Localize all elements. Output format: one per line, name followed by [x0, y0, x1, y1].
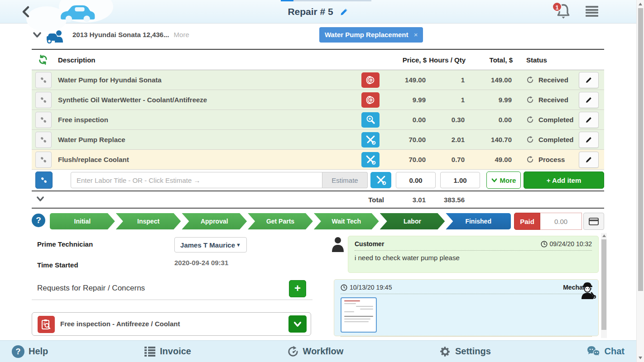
inspection-icon[interactable]	[361, 112, 380, 128]
add-item-button[interactable]: + Add item	[524, 171, 604, 189]
vehicle-more-link[interactable]: More	[174, 31, 189, 38]
link-item-button[interactable]	[35, 72, 52, 88]
workflow-step-inspect[interactable]: Inspect	[116, 213, 181, 229]
item-price: 0.00	[384, 116, 427, 124]
chat-message-customer: Customer 09/24/20 10:32 i need to check …	[348, 236, 599, 273]
item-status[interactable]: Completed	[513, 136, 579, 143]
notifications-button[interactable]: 1	[556, 4, 574, 21]
vehicle-expand-button[interactable]	[33, 32, 42, 38]
nav-workflow-label: Workflow	[303, 346, 344, 357]
item-status[interactable]: Process	[513, 156, 579, 163]
paid-button[interactable]: Paid	[514, 213, 540, 230]
link-item-button[interactable]	[35, 132, 52, 148]
item-qty: 0.30	[427, 116, 466, 124]
inspection-expand-button[interactable]	[288, 315, 307, 333]
item-description: Water Pump Replace	[52, 136, 361, 143]
total-hours: 3.01	[384, 196, 427, 204]
inspection-card[interactable]: Free inspection - Antifreeze / Coolant	[32, 312, 311, 336]
chevron-down-icon	[491, 178, 497, 182]
refresh-icon	[38, 55, 48, 65]
item-description: Free inspection	[52, 116, 361, 124]
link-new-item-button[interactable]	[35, 171, 53, 189]
help-icon[interactable]: ?	[32, 214, 45, 227]
workflow-step-finished[interactable]: Finished	[446, 213, 511, 229]
part-icon[interactable]	[361, 92, 380, 108]
total-amount: 383.56	[427, 196, 466, 204]
paid-amount-input[interactable]	[540, 213, 582, 230]
labor-icon[interactable]	[370, 172, 391, 188]
labor-icon[interactable]	[361, 132, 380, 148]
add-request-button[interactable]: +	[289, 280, 306, 297]
page-title: Repair # 5	[0, 6, 636, 17]
nav-settings[interactable]: Settings	[439, 346, 491, 357]
technician-select[interactable]: James T Maurice ▼	[174, 237, 247, 252]
item-status[interactable]: Completed	[513, 116, 579, 124]
edit-item-button[interactable]	[579, 152, 599, 168]
nav-chat[interactable]: Chat	[587, 346, 625, 357]
hamburger-menu-button[interactable]	[586, 6, 598, 17]
item-status[interactable]: Received	[513, 96, 579, 104]
part-icon[interactable]	[361, 72, 380, 88]
broken-link-icon	[39, 156, 48, 164]
collapse-table-button[interactable]	[36, 196, 44, 202]
chat-message-mechanic: 10/13/20 19:45 Mechanic	[334, 279, 599, 336]
tag-close-icon[interactable]: ×	[414, 31, 418, 38]
nav-invoice[interactable]: Invoice	[144, 346, 191, 357]
edit-item-button[interactable]	[579, 72, 599, 88]
notification-badge: 1	[552, 2, 562, 12]
workflow-step-get-parts[interactable]: Get Parts	[248, 213, 313, 229]
link-item-button[interactable]	[35, 112, 52, 128]
pencil-icon	[585, 156, 592, 163]
chevron-down-icon	[33, 32, 42, 38]
new-item-price-input[interactable]	[396, 172, 436, 188]
scrollbar-thumb[interactable]	[638, 8, 643, 291]
repair-tag[interactable]: Water Pump Replacement ×	[319, 27, 423, 43]
pencil-icon	[585, 76, 592, 84]
edit-title-button[interactable]	[340, 7, 349, 16]
scroll-down-arrow[interactable]	[639, 357, 642, 359]
item-status[interactable]: Received	[513, 76, 579, 84]
labor-title-input[interactable]	[71, 172, 322, 188]
time-started-value: 2020-09-24 09:31	[174, 259, 228, 267]
workflow-step-approval[interactable]: Approval	[182, 213, 247, 229]
item-status-label: Completed	[538, 136, 574, 143]
item-status-label: Received	[538, 96, 568, 104]
edit-item-button[interactable]	[579, 92, 599, 108]
scroll-up-arrow[interactable]	[639, 3, 642, 5]
message-text: i need to check water pump please	[355, 254, 592, 262]
nav-workflow[interactable]: Workflow	[287, 346, 344, 357]
item-status-label: Process	[538, 156, 565, 163]
credit-card-icon	[589, 218, 599, 225]
item-qty: 2.01	[427, 136, 466, 143]
link-item-button[interactable]	[35, 92, 52, 108]
workflow-step-initial[interactable]: Initial	[50, 213, 115, 229]
edit-item-button[interactable]	[579, 112, 599, 128]
col-header-hours-qty: Hours / Qty	[427, 56, 466, 64]
table-header: Description Price, $ Hours / Qty Total, …	[32, 49, 604, 70]
item-status-label: Received	[538, 76, 568, 84]
page-scrollbar[interactable]	[636, 0, 644, 362]
pencil-icon	[585, 136, 592, 143]
nav-chat-label: Chat	[605, 346, 625, 357]
nav-help[interactable]: ? Help	[12, 345, 48, 358]
link-item-button[interactable]	[35, 152, 52, 168]
vehicle-row: 2013 Hyundai Sonata 12,436... More Water…	[0, 24, 636, 49]
edit-item-button[interactable]	[579, 132, 599, 148]
new-item-qty-input[interactable]	[440, 172, 480, 188]
chat-scrollbar[interactable]	[601, 233, 607, 338]
payment-group: Paid	[514, 213, 604, 230]
workflow-step-labor[interactable]: Labor	[380, 213, 445, 229]
labor-icon[interactable]	[361, 152, 380, 167]
invoice-attachment-thumbnail[interactable]	[341, 297, 377, 333]
nav-invoice-label: Invoice	[160, 346, 191, 357]
payment-card-button[interactable]	[583, 213, 604, 230]
table-row: Flush/replace Coolant 70.00 0.70 49.00 P…	[32, 150, 604, 170]
table-row: Synthetic Oil WaterWetter - Coolant/Anti…	[32, 90, 604, 110]
refresh-items-button[interactable]	[38, 55, 48, 65]
item-qty: 0.70	[427, 156, 466, 163]
clock-icon	[541, 241, 548, 248]
more-options-button[interactable]: More	[486, 171, 521, 189]
workflow-step-wait-tech[interactable]: Wait Tech	[314, 213, 379, 229]
prime-technician-label: Prime Technician	[37, 240, 93, 248]
estimate-button[interactable]: Estimate	[322, 172, 368, 188]
